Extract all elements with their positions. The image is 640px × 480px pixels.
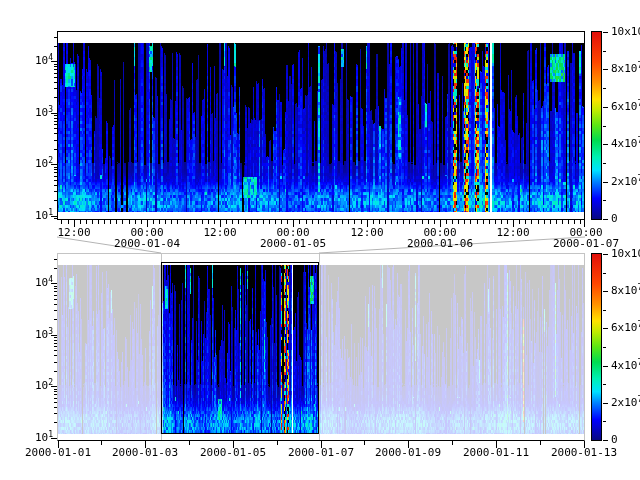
y-tick-minor	[54, 337, 57, 338]
colorbar-tick-minor	[603, 384, 606, 385]
x-tick-time-label: 12:00	[496, 227, 529, 239]
y-tick-minor	[54, 268, 57, 269]
y-tick-minor	[54, 291, 57, 292]
y-tick-minor	[54, 304, 57, 305]
x-tick-minor	[177, 220, 178, 224]
y-tick-minor	[54, 167, 57, 168]
x-tick-minor	[153, 220, 154, 224]
y-tick-minor	[54, 118, 57, 119]
colorbar-tick-major	[603, 69, 608, 70]
x-tick-minor	[568, 220, 569, 224]
x-tick-minor	[251, 220, 252, 224]
x-tick-minor	[525, 220, 526, 224]
x-tick-minor	[263, 220, 264, 224]
colorbar-tick-minor	[603, 163, 606, 164]
x-tick-minor	[452, 441, 453, 445]
x-tick-minor	[61, 220, 62, 224]
x-tick-minor	[245, 220, 246, 224]
colorbar-tick-label: 4x107	[611, 360, 640, 373]
x-tick-minor	[159, 220, 160, 224]
y-tick-minor	[54, 389, 57, 390]
y-tick-minor	[54, 73, 57, 74]
y-tick-minor	[54, 346, 57, 347]
x-tick-minor	[452, 220, 453, 224]
colorbar-bottom	[591, 253, 602, 441]
x-tick-minor	[531, 220, 532, 224]
x-tick-minor	[574, 220, 575, 224]
x-tick-minor	[98, 220, 99, 224]
y-tick-minor	[54, 64, 57, 65]
x-tick-minor	[214, 220, 215, 224]
colorbar-tick-minor	[603, 51, 606, 52]
x-tick-minor	[269, 220, 270, 224]
x-tick-date-label: 2000-01-13	[551, 447, 617, 459]
x-tick-minor	[318, 220, 319, 224]
x-tick-minor	[519, 220, 520, 224]
y-tick-minor	[54, 422, 57, 423]
colorbar-tick-label: 8x107	[611, 285, 640, 298]
y-tick-minor	[54, 295, 57, 296]
colorbar-tick-label: 10x107	[611, 248, 640, 261]
x-tick-minor	[86, 220, 87, 224]
x-tick-minor	[501, 220, 502, 224]
y-tick-minor	[54, 180, 57, 181]
colorbar-tick-label: 6x107	[611, 101, 640, 114]
y-tick-label: 104	[26, 277, 53, 290]
x-tick-minor	[287, 220, 288, 224]
y-tick-minor	[54, 115, 57, 116]
colorbar-tick-label: 2x107	[611, 176, 640, 189]
y-tick-minor	[54, 371, 57, 372]
colorbar-tick-minor	[603, 310, 606, 311]
x-tick-minor	[550, 220, 551, 224]
x-tick-minor	[257, 220, 258, 224]
colorbar-tick-major	[603, 32, 608, 33]
x-tick-minor	[483, 220, 484, 224]
x-tick-minor	[409, 220, 410, 224]
y-tick-minor	[54, 259, 57, 260]
y-tick-minor	[54, 82, 57, 83]
y-tick-minor	[54, 362, 57, 363]
x-tick-minor	[330, 220, 331, 224]
x-tick-minor	[92, 220, 93, 224]
x-tick-minor	[104, 220, 105, 224]
x-tick-minor	[281, 220, 282, 224]
y-tick-minor	[54, 37, 57, 38]
x-tick-minor	[507, 220, 508, 224]
x-tick-minor	[80, 220, 81, 224]
x-tick-time-label: 12:00	[203, 227, 236, 239]
x-tick-minor	[434, 220, 435, 224]
colorbar-tick-minor	[603, 421, 606, 422]
x-tick-date-label: 2000-01-01	[25, 447, 91, 459]
x-tick-date-label: 2000-01-11	[463, 447, 529, 459]
x-tick-minor	[202, 220, 203, 224]
x-tick-minor	[354, 220, 355, 224]
x-tick-minor	[189, 441, 190, 445]
x-tick-minor	[312, 220, 313, 224]
y-tick-label: 103	[26, 329, 53, 342]
x-tick-minor	[196, 220, 197, 224]
y-tick-minor	[54, 121, 57, 122]
colorbar-tick-label: 4x107	[611, 138, 640, 151]
zoom-panel-frame	[57, 31, 585, 220]
x-tick-minor	[538, 220, 539, 224]
x-tick-date-label: 2000-01-09	[375, 447, 441, 459]
y-tick-minor	[54, 355, 57, 356]
x-tick-minor	[495, 220, 496, 224]
y-tick-minor	[54, 124, 57, 125]
colorbar-tick-label: 2x107	[611, 397, 640, 410]
colorbar-tick-minor	[603, 347, 606, 348]
colorbar-tick-major	[603, 254, 608, 255]
x-tick-date-label: 2000-01-03	[112, 447, 178, 459]
x-tick-minor	[208, 220, 209, 224]
x-tick-minor	[122, 220, 123, 224]
x-tick-minor	[348, 220, 349, 224]
y-tick-minor	[54, 185, 57, 186]
colorbar-tick-major	[603, 144, 608, 145]
x-tick-minor	[342, 220, 343, 224]
x-tick-minor	[171, 220, 172, 224]
x-tick-minor	[101, 441, 102, 445]
colorbar-top	[591, 31, 602, 220]
y-tick-minor	[54, 394, 57, 395]
x-tick-time-label: 12:00	[350, 227, 383, 239]
x-tick-minor	[165, 220, 166, 224]
